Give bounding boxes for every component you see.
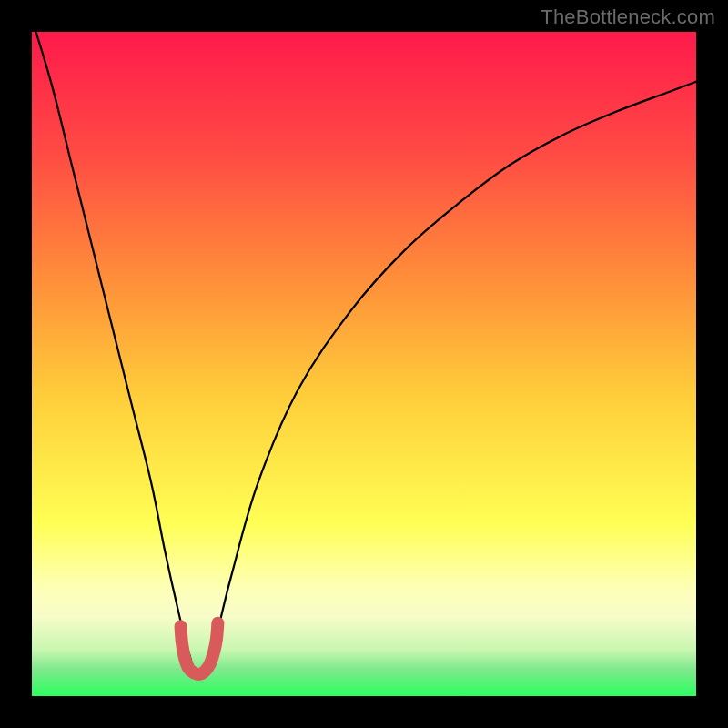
gradient-background (32, 32, 696, 696)
watermark-label: TheBottleneck.com (541, 5, 715, 29)
chart-canvas: TheBottleneck.com (0, 0, 728, 728)
plot-area (32, 32, 696, 696)
chart-svg (32, 32, 696, 696)
